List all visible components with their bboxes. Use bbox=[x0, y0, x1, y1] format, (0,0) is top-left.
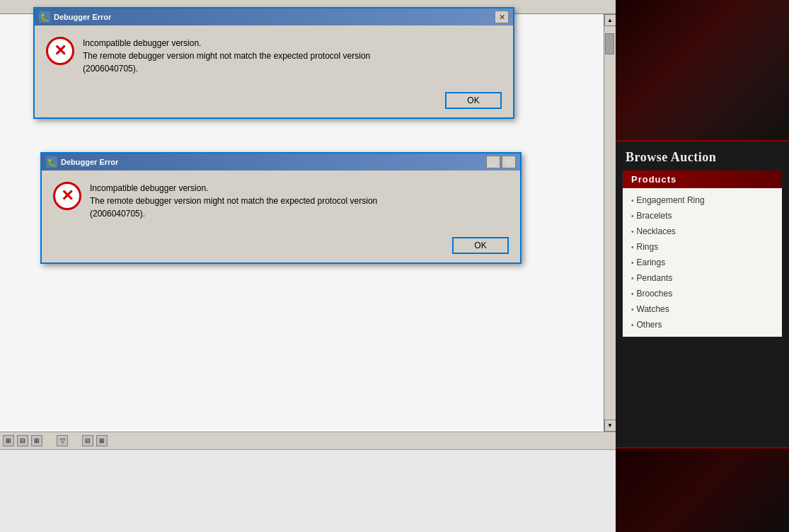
dialog-2-title: Debugger Error bbox=[61, 158, 486, 166]
product-item-engagement-ring[interactable]: •Engagement Ring bbox=[623, 192, 782, 208]
scroll-thumb[interactable] bbox=[605, 33, 614, 54]
products-section: Products •Engagement Ring•Bracelets•Neck… bbox=[623, 170, 782, 337]
products-list: •Engagement Ring•Bracelets•Necklaces•Rin… bbox=[623, 188, 782, 337]
product-item-brooches[interactable]: •Brooches bbox=[623, 286, 782, 301]
bullet-icon: • bbox=[631, 228, 634, 236]
sidebar-bottom-banner bbox=[616, 447, 789, 532]
bottom-icon-4[interactable]: ▽ bbox=[57, 435, 68, 446]
dialog-1-icon: 🐛 bbox=[39, 11, 50, 23]
dialog-1-footer: OK bbox=[35, 86, 513, 117]
vertical-scrollbar[interactable]: ▲ ▼ bbox=[604, 14, 616, 432]
scroll-up-arrow[interactable]: ▲ bbox=[604, 14, 616, 26]
bullet-icon: • bbox=[631, 306, 634, 313]
bullet-icon: • bbox=[631, 197, 634, 204]
bullet-icon: • bbox=[631, 274, 634, 282]
bottom-icon-5[interactable]: ⊟ bbox=[82, 435, 93, 446]
bullet-icon: • bbox=[631, 290, 634, 298]
product-item-earings[interactable]: •Earings bbox=[623, 255, 782, 270]
dialog-1-close-button[interactable]: ✕ bbox=[495, 11, 509, 23]
dialog-2-icon: 🐛 bbox=[46, 156, 57, 168]
bottom-icon-6[interactable]: ⊞ bbox=[96, 435, 108, 446]
bullet-icon: • bbox=[631, 212, 634, 220]
dialog-1-message: Incompatible debugger version. The remot… bbox=[83, 37, 370, 75]
scroll-down-arrow[interactable]: ▼ bbox=[604, 420, 616, 432]
sidebar-top-banner bbox=[616, 0, 789, 141]
products-header: Products bbox=[623, 170, 782, 188]
dialog-1-title: Debugger Error bbox=[54, 13, 495, 21]
dialog-2-titlebar: 🐛 Debugger Error _ □ bbox=[42, 154, 520, 170]
browse-auction-heading: Browse Auction bbox=[616, 141, 789, 170]
bottom-icon-1[interactable]: ⊞ bbox=[3, 435, 14, 446]
debugger-error-dialog-1: 🐛 Debugger Error ✕ ✕ Incompatible debugg… bbox=[33, 7, 514, 119]
product-item-bracelets[interactable]: •Bracelets bbox=[623, 208, 782, 224]
bottom-icon-3[interactable]: ⊞ bbox=[31, 435, 42, 446]
dialog-1-titlebar: 🐛 Debugger Error ✕ bbox=[35, 8, 513, 25]
product-item-others[interactable]: •Others bbox=[623, 317, 782, 332]
dialog-1-ok-button[interactable]: OK bbox=[445, 92, 502, 109]
product-item-necklaces[interactable]: •Necklaces bbox=[623, 224, 782, 239]
bullet-icon: • bbox=[631, 259, 634, 267]
product-item-rings[interactable]: •Rings bbox=[623, 239, 782, 255]
scroll-track[interactable] bbox=[604, 26, 616, 420]
product-item-pendants[interactable]: •Pendants bbox=[623, 270, 782, 286]
dialog-2-footer: OK bbox=[42, 231, 520, 262]
debugger-error-dialog-2: 🐛 Debugger Error _ □ ✕ Incompatible debu… bbox=[40, 152, 522, 264]
bottom-icon-2[interactable]: ⊟ bbox=[17, 435, 28, 446]
dialog-2-message: Incompatible debugger version. The remot… bbox=[90, 182, 377, 220]
bullet-icon: • bbox=[631, 321, 634, 329]
product-item-watches[interactable]: •Watches bbox=[623, 301, 782, 317]
dialog-2-error-icon: ✕ bbox=[53, 182, 81, 210]
dialog-2-restore-button[interactable]: □ bbox=[502, 156, 516, 168]
dialog-2-ok-button[interactable]: OK bbox=[452, 237, 509, 254]
ide-lower-panel bbox=[0, 449, 616, 532]
dialog-2-minimize-button[interactable]: _ bbox=[486, 156, 500, 168]
dialog-2-body: ✕ Incompatible debugger version. The rem… bbox=[42, 170, 520, 231]
ide-bottom-toolbar: ⊞ ⊟ ⊞ ▽ ⊟ ⊞ bbox=[0, 432, 616, 449]
right-sidebar: Browse Auction Products •Engagement Ring… bbox=[616, 0, 789, 532]
bullet-icon: • bbox=[631, 243, 634, 251]
dialog-1-error-icon: ✕ bbox=[46, 37, 74, 65]
dialog-1-body: ✕ Incompatible debugger version. The rem… bbox=[35, 25, 513, 86]
